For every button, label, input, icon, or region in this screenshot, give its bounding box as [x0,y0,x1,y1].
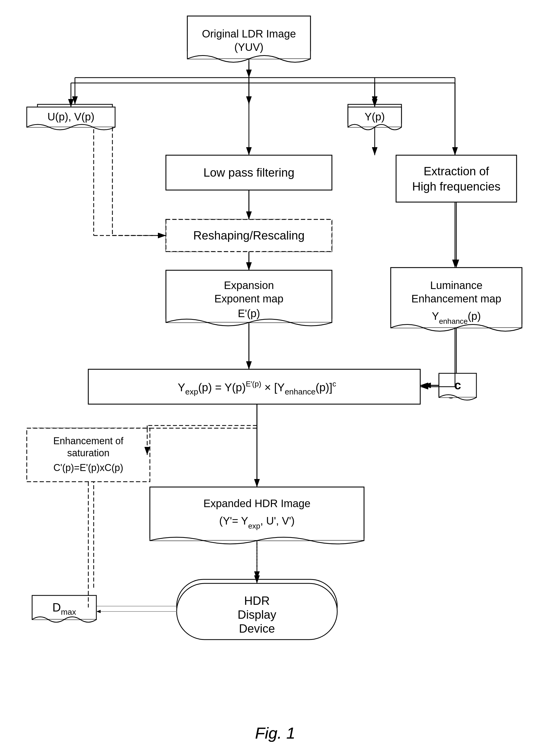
uv-text: U(p), V(p) [47,111,94,123]
lum-text1: Luminance [430,279,483,291]
exp-text1: Expansion [224,279,274,291]
lum-text2: Enhancement map [411,293,501,305]
exp-text2: Exponent map [214,293,283,305]
expanded-text1: Expanded HDR Image [203,497,310,509]
hdr-display-t3: Device [239,622,275,635]
exp-text3: E'(p) [238,307,260,319]
diagram-container: Original LDR Image (YUV) Y(p) U(p), V(p) [0,0,550,756]
ldr-text2: (YUV) [234,41,264,53]
hdr-display-t2: Display [238,608,276,621]
extract-bg [396,155,517,202]
lowpass-text: Low pass filtering [203,166,294,179]
enh-sat-t3: C'(p)=E'(p)xC(p) [54,462,123,473]
ldr-text1: Original LDR Image [202,28,296,40]
enh-sat-t1: Enhancement of [53,435,124,446]
expanded-hdr-bg [150,487,364,541]
enh-sat-t2: saturation [67,447,109,458]
extract-text2: High frequencies [412,180,500,193]
yp-text: Y(p) [365,111,385,123]
hdr-display-t1: HDR [244,594,270,607]
extract-text1: Extraction of [424,165,489,178]
fig1-text: Fig. 1 [255,724,295,742]
reshape-text: Reshaping/Rescaling [193,229,305,242]
